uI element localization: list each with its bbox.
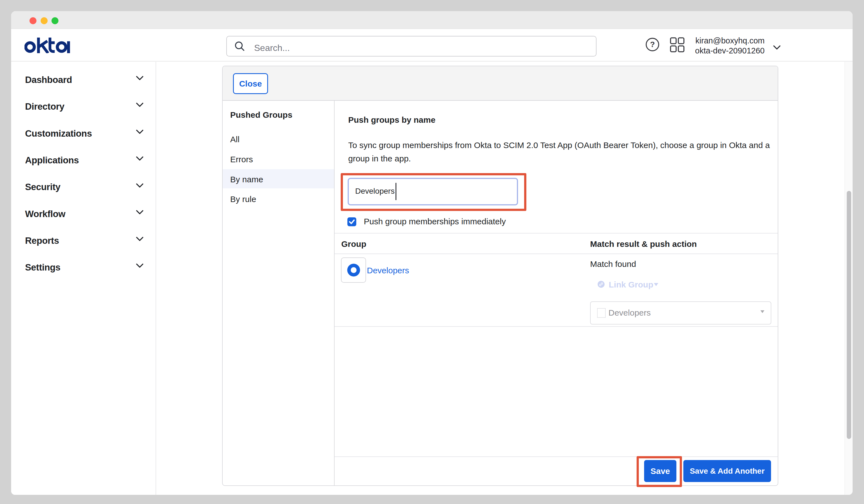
svg-text:?: ? xyxy=(650,40,655,49)
